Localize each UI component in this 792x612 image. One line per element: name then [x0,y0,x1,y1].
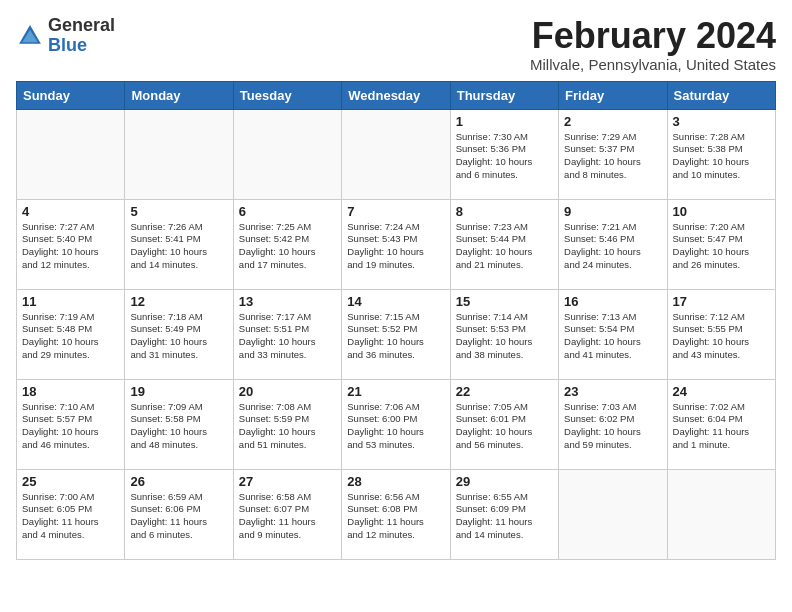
day-number: 6 [239,204,336,219]
day-info: Sunrise: 7:09 AMSunset: 5:58 PMDaylight:… [130,401,227,452]
calendar-cell: 22Sunrise: 7:05 AMSunset: 6:01 PMDayligh… [450,379,558,469]
calendar-cell: 2Sunrise: 7:29 AMSunset: 5:37 PMDaylight… [559,109,667,199]
calendar-cell [125,109,233,199]
day-info: Sunrise: 6:59 AMSunset: 6:06 PMDaylight:… [130,491,227,542]
calendar-cell: 3Sunrise: 7:28 AMSunset: 5:38 PMDaylight… [667,109,775,199]
day-info: Sunrise: 7:30 AMSunset: 5:36 PMDaylight:… [456,131,553,182]
weekday-header-friday: Friday [559,81,667,109]
day-info: Sunrise: 7:20 AMSunset: 5:47 PMDaylight:… [673,221,770,272]
calendar-cell: 15Sunrise: 7:14 AMSunset: 5:53 PMDayligh… [450,289,558,379]
logo-icon [16,22,44,50]
day-info: Sunrise: 6:55 AMSunset: 6:09 PMDaylight:… [456,491,553,542]
day-number: 15 [456,294,553,309]
day-info: Sunrise: 7:27 AMSunset: 5:40 PMDaylight:… [22,221,119,272]
day-number: 27 [239,474,336,489]
day-number: 20 [239,384,336,399]
calendar-cell: 5Sunrise: 7:26 AMSunset: 5:41 PMDaylight… [125,199,233,289]
day-info: Sunrise: 7:06 AMSunset: 6:00 PMDaylight:… [347,401,444,452]
calendar-table: SundayMondayTuesdayWednesdayThursdayFrid… [16,81,776,560]
day-info: Sunrise: 7:19 AMSunset: 5:48 PMDaylight:… [22,311,119,362]
calendar-cell: 20Sunrise: 7:08 AMSunset: 5:59 PMDayligh… [233,379,341,469]
day-number: 25 [22,474,119,489]
day-info: Sunrise: 7:24 AMSunset: 5:43 PMDaylight:… [347,221,444,272]
day-number: 2 [564,114,661,129]
day-info: Sunrise: 6:58 AMSunset: 6:07 PMDaylight:… [239,491,336,542]
week-row-4: 18Sunrise: 7:10 AMSunset: 5:57 PMDayligh… [17,379,776,469]
week-row-3: 11Sunrise: 7:19 AMSunset: 5:48 PMDayligh… [17,289,776,379]
title-area: February 2024 Millvale, Pennsylvania, Un… [530,16,776,73]
day-info: Sunrise: 7:25 AMSunset: 5:42 PMDaylight:… [239,221,336,272]
calendar-cell: 4Sunrise: 7:27 AMSunset: 5:40 PMDaylight… [17,199,125,289]
calendar-cell: 11Sunrise: 7:19 AMSunset: 5:48 PMDayligh… [17,289,125,379]
calendar-cell: 9Sunrise: 7:21 AMSunset: 5:46 PMDaylight… [559,199,667,289]
calendar-cell: 1Sunrise: 7:30 AMSunset: 5:36 PMDaylight… [450,109,558,199]
day-info: Sunrise: 7:26 AMSunset: 5:41 PMDaylight:… [130,221,227,272]
week-row-2: 4Sunrise: 7:27 AMSunset: 5:40 PMDaylight… [17,199,776,289]
page-header: General Blue February 2024 Millvale, Pen… [16,16,776,73]
calendar-cell: 29Sunrise: 6:55 AMSunset: 6:09 PMDayligh… [450,469,558,559]
calendar-cell [233,109,341,199]
day-info: Sunrise: 7:00 AMSunset: 6:05 PMDaylight:… [22,491,119,542]
day-number: 12 [130,294,227,309]
location-text: Millvale, Pennsylvania, United States [530,56,776,73]
calendar-cell: 27Sunrise: 6:58 AMSunset: 6:07 PMDayligh… [233,469,341,559]
calendar-cell: 17Sunrise: 7:12 AMSunset: 5:55 PMDayligh… [667,289,775,379]
day-info: Sunrise: 7:05 AMSunset: 6:01 PMDaylight:… [456,401,553,452]
day-info: Sunrise: 7:21 AMSunset: 5:46 PMDaylight:… [564,221,661,272]
day-number: 29 [456,474,553,489]
calendar-cell: 16Sunrise: 7:13 AMSunset: 5:54 PMDayligh… [559,289,667,379]
calendar-cell [342,109,450,199]
calendar-cell: 24Sunrise: 7:02 AMSunset: 6:04 PMDayligh… [667,379,775,469]
calendar-cell: 26Sunrise: 6:59 AMSunset: 6:06 PMDayligh… [125,469,233,559]
day-info: Sunrise: 7:28 AMSunset: 5:38 PMDaylight:… [673,131,770,182]
calendar-cell: 6Sunrise: 7:25 AMSunset: 5:42 PMDaylight… [233,199,341,289]
day-info: Sunrise: 7:17 AMSunset: 5:51 PMDaylight:… [239,311,336,362]
calendar-cell: 12Sunrise: 7:18 AMSunset: 5:49 PMDayligh… [125,289,233,379]
logo: General Blue [16,16,115,56]
day-number: 7 [347,204,444,219]
day-number: 21 [347,384,444,399]
calendar-cell [17,109,125,199]
calendar-cell [559,469,667,559]
day-number: 3 [673,114,770,129]
day-number: 4 [22,204,119,219]
day-number: 1 [456,114,553,129]
day-number: 13 [239,294,336,309]
day-info: Sunrise: 7:29 AMSunset: 5:37 PMDaylight:… [564,131,661,182]
month-title: February 2024 [530,16,776,56]
day-info: Sunrise: 6:56 AMSunset: 6:08 PMDaylight:… [347,491,444,542]
day-info: Sunrise: 7:10 AMSunset: 5:57 PMDaylight:… [22,401,119,452]
logo-general-text: General [48,15,115,35]
day-info: Sunrise: 7:15 AMSunset: 5:52 PMDaylight:… [347,311,444,362]
weekday-header-sunday: Sunday [17,81,125,109]
calendar-cell [667,469,775,559]
logo-blue-text: Blue [48,35,87,55]
day-number: 22 [456,384,553,399]
day-number: 14 [347,294,444,309]
week-row-1: 1Sunrise: 7:30 AMSunset: 5:36 PMDaylight… [17,109,776,199]
calendar-cell: 7Sunrise: 7:24 AMSunset: 5:43 PMDaylight… [342,199,450,289]
day-info: Sunrise: 7:23 AMSunset: 5:44 PMDaylight:… [456,221,553,272]
day-number: 8 [456,204,553,219]
day-number: 26 [130,474,227,489]
day-number: 23 [564,384,661,399]
day-number: 17 [673,294,770,309]
day-number: 16 [564,294,661,309]
day-info: Sunrise: 7:14 AMSunset: 5:53 PMDaylight:… [456,311,553,362]
day-number: 18 [22,384,119,399]
calendar-cell: 13Sunrise: 7:17 AMSunset: 5:51 PMDayligh… [233,289,341,379]
calendar-cell: 10Sunrise: 7:20 AMSunset: 5:47 PMDayligh… [667,199,775,289]
weekday-header-wednesday: Wednesday [342,81,450,109]
calendar-cell: 14Sunrise: 7:15 AMSunset: 5:52 PMDayligh… [342,289,450,379]
day-info: Sunrise: 7:03 AMSunset: 6:02 PMDaylight:… [564,401,661,452]
day-info: Sunrise: 7:13 AMSunset: 5:54 PMDaylight:… [564,311,661,362]
weekday-header-thursday: Thursday [450,81,558,109]
day-number: 24 [673,384,770,399]
weekday-header-tuesday: Tuesday [233,81,341,109]
day-number: 10 [673,204,770,219]
day-number: 19 [130,384,227,399]
day-number: 9 [564,204,661,219]
weekday-header-saturday: Saturday [667,81,775,109]
day-info: Sunrise: 7:08 AMSunset: 5:59 PMDaylight:… [239,401,336,452]
weekday-header-monday: Monday [125,81,233,109]
